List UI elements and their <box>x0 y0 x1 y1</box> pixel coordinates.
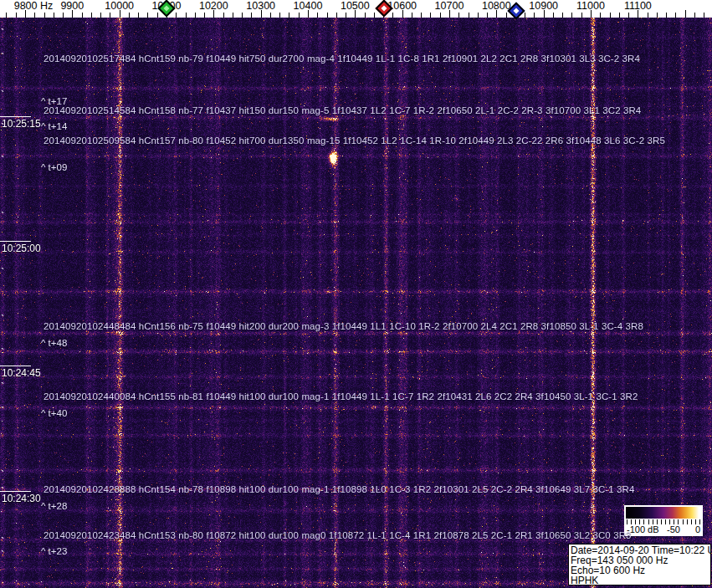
freq-tick <box>628 13 629 18</box>
freq-tick <box>299 13 300 18</box>
freq-tick <box>478 13 479 18</box>
freq-tick <box>392 13 393 18</box>
freq-tick <box>648 13 648 18</box>
freq-tick <box>204 13 205 18</box>
freq-tick <box>365 13 366 18</box>
freq-tick <box>54 13 54 18</box>
freq-tick <box>581 13 582 18</box>
freq-tick <box>63 13 64 18</box>
freq-axis-label: 10900 <box>529 0 558 12</box>
freq-tick <box>374 13 375 18</box>
freq-tick <box>562 13 563 18</box>
freq-tick <box>553 13 554 18</box>
freq-tick <box>91 13 92 18</box>
freq-axis-label: 10200 <box>199 0 228 12</box>
freq-tick <box>317 13 318 18</box>
freq-tick <box>694 13 695 18</box>
freq-tick <box>6 13 7 18</box>
freq-tick <box>129 13 130 18</box>
freq-axis-label: 10500 <box>341 0 370 12</box>
freq-tick <box>610 13 611 18</box>
freq-axis-label: 11100 <box>624 0 652 12</box>
freq-axis-label: 10800 <box>482 0 511 12</box>
freq-tick <box>242 13 243 18</box>
freq-tick <box>138 13 139 18</box>
freq-tick <box>147 13 148 18</box>
freq-tick <box>270 13 271 18</box>
freq-axis-label: 9900 <box>60 0 84 12</box>
freq-tick <box>704 13 704 18</box>
freq-tick <box>336 13 337 18</box>
freq-axis-label: 10400 <box>294 0 323 12</box>
freq-tick <box>685 10 686 18</box>
freq-tick <box>412 13 412 18</box>
freq-tick <box>487 13 488 18</box>
freq-tick <box>289 13 289 18</box>
freq-tick <box>346 13 346 18</box>
freq-tick <box>110 13 110 18</box>
freq-tick <box>440 13 441 18</box>
freq-tick <box>600 13 601 18</box>
freq-tick <box>82 13 83 18</box>
freq-tick <box>469 13 469 18</box>
freq-tick <box>430 13 431 18</box>
freq-tick <box>666 13 667 18</box>
freq-tick <box>157 13 158 18</box>
freq-tick <box>16 13 17 18</box>
freq-tick <box>176 13 177 18</box>
freq-tick <box>233 13 233 18</box>
freq-tick <box>458 13 459 18</box>
spectrogram-canvas[interactable] <box>0 18 712 588</box>
freq-axis-label: 11000 <box>576 0 605 12</box>
freq-tick <box>525 13 525 18</box>
freq-tick <box>506 13 507 18</box>
freq-axis-label: 10700 <box>435 0 464 12</box>
freq-tick <box>44 13 45 18</box>
freq-tick <box>327 13 328 18</box>
meteor-spectrogram-window: 9800 Hz990010000101001020010300104001050… <box>0 0 712 588</box>
freq-tick <box>279 13 280 18</box>
freq-tick <box>675 13 676 18</box>
freq-tick <box>34 13 35 18</box>
freq-tick <box>619 13 620 18</box>
blue-marker-inner <box>513 8 520 14</box>
freq-axis-label: 10000 <box>105 0 134 12</box>
freq-tick <box>195 13 196 18</box>
freq-axis-label: 10300 <box>246 0 275 12</box>
freq-axis-label: 10600 <box>387 0 417 12</box>
freq-axis-label: 9800 Hz <box>14 0 54 12</box>
red-marker-inner <box>381 5 387 12</box>
green-marker-inner <box>163 5 170 12</box>
freq-tick <box>186 13 187 18</box>
freq-tick <box>571 13 572 18</box>
freq-tick <box>657 13 658 18</box>
frequency-axis: 9800 Hz990010000101001020010300104001050… <box>0 0 712 18</box>
freq-tick <box>223 13 224 18</box>
freq-tick <box>251 13 252 18</box>
freq-tick <box>534 13 535 18</box>
freq-tick <box>100 13 101 18</box>
freq-tick <box>421 13 422 18</box>
